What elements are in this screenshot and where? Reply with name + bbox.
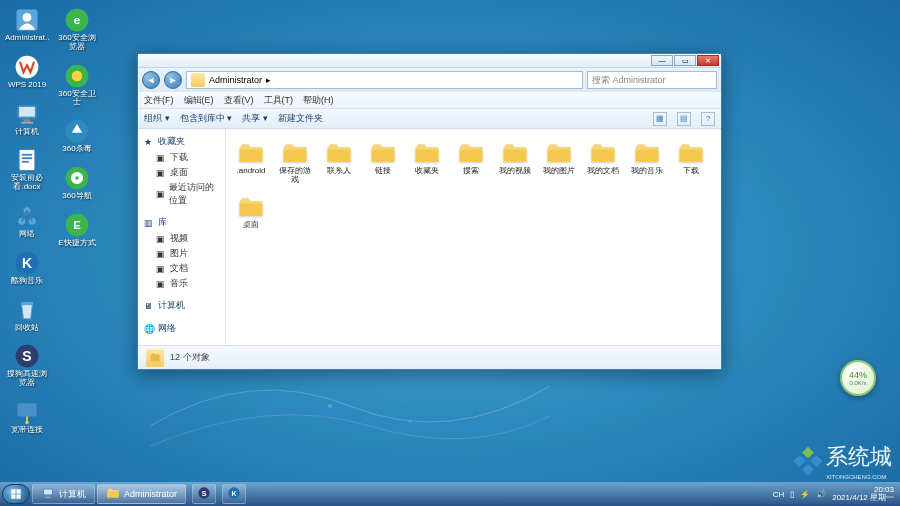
- desktop-icon-label: 360安全卫士: [55, 90, 99, 108]
- file-item[interactable]: 我的音乐: [628, 137, 666, 187]
- search-input[interactable]: 搜索 Administrator: [587, 71, 717, 89]
- svg-rect-6: [19, 107, 35, 117]
- taskbar-pinned-sogou[interactable]: S: [192, 484, 216, 504]
- taskbar-button[interactable]: Administrator: [97, 484, 186, 504]
- nav-header-网络[interactable]: 🌐网络: [138, 320, 225, 337]
- network-icon: [13, 202, 41, 230]
- desktop-icon-recycle[interactable]: 回收站: [5, 296, 49, 333]
- address-path[interactable]: Administrator ▸: [186, 71, 583, 89]
- organize-button[interactable]: 组织 ▾: [144, 112, 170, 125]
- help-icon[interactable]: ?: [701, 112, 715, 126]
- desktop-icon-dialup[interactable]: 宽带连接: [5, 398, 49, 435]
- tray-network-icon[interactable]: ⚡: [800, 490, 810, 499]
- watermark-sub: XITONGCHENG.COM: [826, 474, 892, 480]
- tray-lang[interactable]: CH: [773, 490, 785, 499]
- nav-item[interactable]: ▣文档: [138, 261, 225, 276]
- folder-icon: [369, 139, 397, 167]
- nav-header-收藏夹[interactable]: ★收藏夹: [138, 133, 225, 150]
- user-icon: [13, 6, 41, 34]
- nav-item[interactable]: ▣桌面: [138, 165, 225, 180]
- file-label: 收藏夹: [415, 167, 439, 176]
- file-item[interactable]: 收藏夹: [408, 137, 446, 187]
- tray-flag-icon[interactable]: ▯: [790, 490, 794, 499]
- desktop-icon-360av[interactable]: 360杀毒: [55, 117, 99, 154]
- desktop-icon-label: Administrat...: [5, 34, 49, 43]
- folder-icon: [677, 139, 705, 167]
- include-library-button[interactable]: 包含到库中 ▾: [180, 112, 233, 125]
- desktop-icon-kugou[interactable]: K酷狗音乐: [5, 249, 49, 286]
- file-item[interactable]: .android: [232, 137, 270, 187]
- titlebar[interactable]: — ▭ ✕: [138, 54, 721, 68]
- desktop-icon-doc[interactable]: 安装前必看.docx: [5, 146, 49, 192]
- file-item[interactable]: 桌面: [232, 191, 270, 232]
- nav-header-计算机[interactable]: 🖥计算机: [138, 297, 225, 314]
- file-item[interactable]: 链接: [364, 137, 402, 187]
- desktop-icon-computer[interactable]: 计算机: [5, 100, 49, 137]
- desktop-icon-user[interactable]: Administrat...: [5, 6, 49, 43]
- file-item[interactable]: 下载: [672, 137, 710, 187]
- breadcrumb-chevron-icon[interactable]: ▸: [266, 75, 271, 85]
- nav-item[interactable]: ▣下载: [138, 150, 225, 165]
- view-mode-icon[interactable]: ▦: [653, 112, 667, 126]
- svg-rect-10: [22, 154, 33, 156]
- menu-tools[interactable]: 工具(T): [264, 94, 294, 107]
- desktop-icon-sogou[interactable]: S搜狗高速浏览器: [5, 342, 49, 388]
- desktop-icon-eshort[interactable]: EE快捷方式: [55, 211, 99, 248]
- menu-edit[interactable]: 编辑(E): [184, 94, 214, 107]
- desktop-icon-label: E快捷方式: [58, 239, 95, 248]
- menu-view[interactable]: 查看(V): [224, 94, 254, 107]
- folder-icon: [237, 193, 265, 221]
- svg-text:S: S: [22, 349, 31, 365]
- nav-item[interactable]: ▣视频: [138, 231, 225, 246]
- file-item[interactable]: 我的视频: [496, 137, 534, 187]
- svg-rect-7: [24, 119, 31, 122]
- desktop-icons-area: Administrat...WPS 2019计算机安装前必看.docx网络K酷狗…: [4, 4, 104, 474]
- desktop-icon-network[interactable]: 网络: [5, 202, 49, 239]
- sogou-icon: S: [197, 486, 211, 502]
- svg-text:e: e: [74, 14, 80, 26]
- desktop-icon-label: 网络: [19, 230, 35, 239]
- svg-rect-36: [802, 463, 814, 475]
- 360safe-icon: [63, 62, 91, 90]
- svg-point-22: [25, 421, 29, 425]
- minimize-button[interactable]: —: [651, 55, 673, 66]
- back-button[interactable]: ◄: [142, 71, 160, 89]
- svg-point-26: [72, 70, 83, 81]
- desktop-icon-wps[interactable]: WPS 2019: [5, 53, 49, 90]
- desktop-icon-360nav[interactable]: 360导航: [55, 164, 99, 201]
- start-button[interactable]: [2, 484, 30, 504]
- desktop-icon-360browser[interactable]: e360安全浏览器: [55, 6, 99, 52]
- share-button[interactable]: 共享 ▾: [242, 112, 268, 125]
- svg-text:S: S: [202, 490, 207, 497]
- folder-icon: [281, 139, 309, 167]
- svg-rect-8: [21, 121, 33, 123]
- file-item[interactable]: 联系人: [320, 137, 358, 187]
- nav-item[interactable]: ▣最近访问的位置: [138, 180, 225, 208]
- taskbar-button[interactable]: 计算机: [32, 484, 95, 504]
- address-bar: ◄ ► Administrator ▸ 搜索 Administrator: [138, 68, 721, 92]
- breadcrumb-seg[interactable]: Administrator: [209, 75, 262, 85]
- menu-file[interactable]: 文件(F): [144, 94, 174, 107]
- nav-header-库[interactable]: ▥库: [138, 214, 225, 231]
- tray-volume-icon[interactable]: 🔊: [816, 490, 826, 499]
- wps-icon: [13, 53, 41, 81]
- tray-clock[interactable]: 20:03 2021/4/12 星期一: [832, 486, 894, 503]
- forward-button[interactable]: ►: [164, 71, 182, 89]
- svg-rect-40: [46, 496, 50, 497]
- preview-pane-icon[interactable]: ▤: [677, 112, 691, 126]
- file-item[interactable]: 搜索: [452, 137, 490, 187]
- file-item[interactable]: 我的文档: [584, 137, 622, 187]
- maximize-button[interactable]: ▭: [674, 55, 696, 66]
- nav-item[interactable]: ▣图片: [138, 246, 225, 261]
- close-button[interactable]: ✕: [697, 55, 719, 66]
- file-item[interactable]: 保存的游戏: [276, 137, 314, 187]
- file-item[interactable]: 我的图片: [540, 137, 578, 187]
- file-grid[interactable]: .android保存的游戏联系人链接收藏夹搜索我的视频我的图片我的文档我的音乐下…: [226, 129, 721, 345]
- nav-item[interactable]: ▣音乐: [138, 276, 225, 291]
- network-speed-badge[interactable]: 44% 0.0K/s: [840, 360, 876, 396]
- menu-help[interactable]: 帮助(H): [303, 94, 334, 107]
- taskbar-pinned-kugou[interactable]: K: [222, 484, 246, 504]
- new-folder-button[interactable]: 新建文件夹: [278, 112, 323, 125]
- file-label: 联系人: [327, 167, 351, 176]
- desktop-icon-360safe[interactable]: 360安全卫士: [55, 62, 99, 108]
